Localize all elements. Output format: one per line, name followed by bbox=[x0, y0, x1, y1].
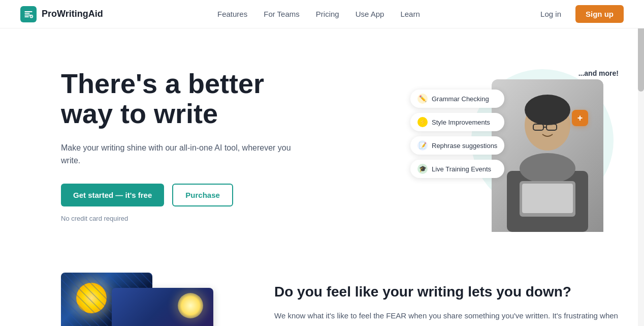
navbar-actions: Log in Sign up bbox=[534, 5, 624, 23]
hero-illustration: ...and more! bbox=[410, 59, 624, 232]
lower-left-images: My idea in my head bbox=[61, 273, 234, 326]
nav-use-app[interactable]: Use App bbox=[356, 10, 384, 18]
hero-subtitle: Make your writing shine with our all-in-… bbox=[61, 141, 305, 167]
lower-title: Do you feel like your writing lets you d… bbox=[274, 283, 624, 301]
svg-rect-9 bbox=[522, 184, 573, 213]
pill-training: 🎓 Live Training Events bbox=[410, 160, 504, 178]
logo-icon bbox=[20, 6, 37, 22]
grammar-icon: ✏️ bbox=[417, 94, 428, 104]
nav-links: Features For Teams Pricing Use App Learn bbox=[217, 10, 420, 19]
nav-pricing[interactable]: Pricing bbox=[316, 10, 339, 18]
pill-rephrase: 📝 Rephrase suggestions bbox=[410, 136, 504, 155]
training-icon: 🎓 bbox=[417, 164, 428, 174]
lower-description: We know what it's like to feel the FEAR … bbox=[274, 309, 624, 326]
feature-pills: ✏️ Grammar Checking ⚡ Style Improvements… bbox=[410, 90, 504, 178]
person-placeholder bbox=[492, 79, 603, 232]
nav-for-teams[interactable]: For Teams bbox=[264, 10, 300, 18]
rephrase-icon: 📝 bbox=[417, 140, 428, 151]
nav-learn[interactable]: Learn bbox=[400, 10, 420, 18]
hero-buttons: Get started — it's free Purchase bbox=[61, 184, 305, 206]
logo-text: ProWritingAid bbox=[42, 9, 103, 19]
navbar: ProWritingAid Features For Teams Pricing… bbox=[0, 0, 644, 28]
login-button[interactable]: Log in bbox=[534, 7, 567, 21]
lower-right-content: Do you feel like your writing lets you d… bbox=[274, 273, 624, 326]
scrollbar[interactable] bbox=[638, 0, 644, 326]
lower-section: My idea in my head Do you feel like your… bbox=[0, 252, 644, 326]
pill-style: ⚡ Style Improvements bbox=[410, 113, 504, 131]
purchase-button[interactable]: Purchase bbox=[172, 184, 233, 206]
hero-title: There's a better way to write bbox=[61, 69, 305, 129]
hero-section: There's a better way to write Make your … bbox=[0, 28, 644, 252]
and-more-label: ...and more! bbox=[578, 69, 619, 77]
pill-grammar: ✏️ Grammar Checking bbox=[410, 90, 504, 108]
signup-button[interactable]: Sign up bbox=[575, 5, 624, 23]
plus-badge: + bbox=[572, 110, 588, 126]
hero-left: There's a better way to write Make your … bbox=[61, 69, 305, 222]
nav-features[interactable]: Features bbox=[217, 10, 247, 18]
get-started-button[interactable]: Get started — it's free bbox=[61, 184, 164, 206]
svg-point-7 bbox=[520, 153, 575, 184]
svg-point-3 bbox=[525, 95, 570, 125]
logo[interactable]: ProWritingAid bbox=[20, 6, 103, 22]
no-credit-text: No credit card required bbox=[61, 215, 305, 222]
style-icon: ⚡ bbox=[417, 117, 428, 127]
hero-person-illustration bbox=[492, 79, 603, 232]
painting-front bbox=[112, 288, 213, 326]
